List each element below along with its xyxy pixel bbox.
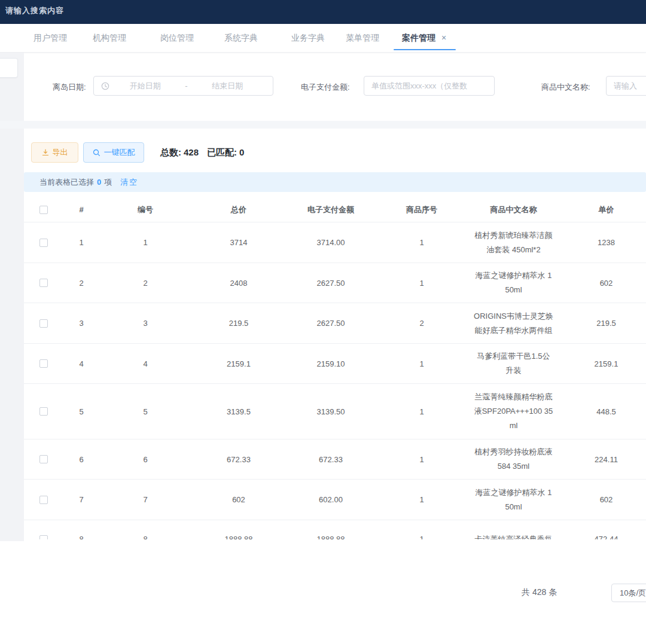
cell-index: 4	[63, 344, 99, 383]
cell-seq: 2	[376, 303, 468, 343]
collapse-toggle[interactable]	[0, 58, 18, 78]
header-seq: 商品序号	[376, 197, 468, 222]
tab-org-management[interactable]: 机构管理	[93, 24, 126, 52]
export-button[interactable]: 导出	[31, 142, 78, 163]
cell-unit-price: 1238	[559, 222, 646, 263]
header-unit: 单价	[559, 197, 646, 222]
cell-unit-price: 602	[559, 263, 646, 303]
top-navbar: 请输入搜索内容	[0, 0, 646, 24]
cell-total: 3714	[191, 222, 286, 263]
download-icon	[42, 149, 49, 156]
row-checkbox[interactable]	[39, 496, 48, 504]
select-all-checkbox[interactable]	[39, 206, 48, 214]
cell-seq: 1	[376, 520, 468, 539]
table-row: 7 7 602 602.00 1 海蓝之谜修护精萃水 150ml 602	[24, 480, 646, 520]
header-code: 编号	[99, 197, 191, 222]
cell-index: 2	[63, 263, 99, 303]
selection-count: 0	[97, 178, 101, 187]
page-size-value: 10条/页	[620, 588, 646, 599]
payment-amount-placeholder: 单值或范围xxx-xxx（仅整数	[371, 81, 467, 91]
section-gap	[0, 121, 646, 129]
header-payment: 电子支付金额	[286, 197, 376, 222]
page-size-select[interactable]: 10条/页	[611, 584, 646, 602]
table-row: 3 3 219.5 2627.50 2 ORIGINS韦博士灵芝焕能好底子精华水…	[24, 303, 646, 344]
table-stats: 总数:428已匹配:0	[160, 142, 252, 163]
cell-index: 5	[63, 384, 99, 439]
cell-total: 2408	[191, 263, 286, 303]
tab-case-management[interactable]: 案件管理×	[402, 24, 446, 52]
cell-seq: 1	[376, 439, 468, 479]
date-range-separator: -	[181, 81, 192, 90]
table-body: 1 1 3714 3714.00 1 植村秀新琥珀臻萃洁颜油套装 450ml*2…	[24, 222, 646, 539]
tab-post-management[interactable]: 岗位管理	[160, 24, 194, 52]
cell-product-name: 卡诗菁纯亮泽经典香氛	[474, 532, 554, 540]
end-date-placeholder[interactable]: 结束日期	[192, 81, 264, 91]
clear-selection-link[interactable]: 清空	[120, 177, 138, 188]
table-row: 4 4 2159.1 2159.10 1 马爹利蓝带干邑1.5公升装 2159.…	[24, 344, 646, 384]
cell-code: 3	[99, 303, 191, 343]
tab-business-dict[interactable]: 业务字典	[291, 24, 325, 52]
table-row: 1 1 3714 3714.00 1 植村秀新琥珀臻萃洁颜油套装 450ml*2…	[24, 222, 646, 263]
selection-bar: 当前表格已选择 0 项 清空	[24, 172, 646, 192]
match-button-label: 一键匹配	[104, 147, 135, 158]
tab-user-management[interactable]: 用户管理	[33, 24, 67, 52]
data-table: # 编号 总价 电子支付金额 商品序号 商品中文名称 单价 1 1 3714 3…	[24, 197, 646, 539]
row-checkbox[interactable]	[39, 319, 48, 328]
row-checkbox[interactable]	[39, 535, 48, 540]
tab-case-management-label: 案件管理	[402, 33, 435, 42]
cell-index: 1	[63, 222, 99, 263]
cell-total: 672.33	[191, 439, 286, 479]
start-date-placeholder[interactable]: 开始日期	[109, 81, 181, 91]
cell-payment: 3714.00	[286, 222, 376, 263]
cell-unit-price: 2159.1	[559, 344, 646, 383]
payment-amount-input[interactable]: 单值或范围xxx-xxx（仅整数	[364, 76, 495, 96]
cell-total: 2159.1	[191, 344, 286, 383]
tab-system-dict[interactable]: 系统字典	[224, 24, 258, 52]
date-range-input[interactable]: 开始日期 - 结束日期	[93, 76, 273, 96]
product-name-input[interactable]: 请输入	[606, 76, 646, 96]
table-row: 5 5 3139.5 3139.50 1 兰蔻菁纯臻颜精华粉底液SPF20PA+…	[24, 384, 646, 439]
cell-unit-price: 219.5	[559, 303, 646, 343]
cell-index: 7	[63, 480, 99, 520]
export-button-label: 导出	[53, 147, 68, 158]
table-header-row: # 编号 总价 电子支付金额 商品序号 商品中文名称 单价	[24, 197, 646, 222]
cell-code: 2	[99, 263, 191, 303]
cell-seq: 1	[376, 384, 468, 439]
selection-suffix: 项	[104, 177, 112, 188]
cell-payment: 602.00	[286, 480, 376, 520]
cell-payment: 3139.50	[286, 384, 376, 439]
tab-bar: 用户管理 机构管理 岗位管理 系统字典 业务字典 菜单管理 案件管理×	[0, 24, 646, 53]
case-management-page: { "topbar": { "search_placeholder": "请输入…	[0, 0, 646, 644]
cell-payment: 2627.50	[286, 263, 376, 303]
header-name: 商品中文名称	[468, 197, 559, 222]
cell-seq: 1	[376, 222, 468, 263]
tab-menu-management[interactable]: 菜单管理	[346, 24, 379, 52]
cell-product-name: 海蓝之谜修护精萃水 150ml	[474, 268, 554, 297]
global-search-input[interactable]: 请输入搜索内容	[5, 5, 64, 16]
active-tab-underline	[394, 49, 456, 50]
total-value: 428	[184, 147, 199, 157]
pagination-total: 共 428 条	[522, 587, 557, 598]
header-total: 总价	[191, 197, 286, 222]
date-filter-label: 离岛日期:	[53, 82, 86, 93]
cell-code: 4	[99, 344, 191, 383]
cell-total: 3139.5	[191, 384, 286, 439]
row-checkbox[interactable]	[39, 407, 48, 416]
cell-product-name: 植村秀新琥珀臻萃洁颜油套装 450ml*2	[474, 228, 554, 257]
matched-label: 已匹配:	[207, 147, 237, 157]
cell-product-name: ORIGINS韦博士灵芝焕能好底子精华水两件组	[474, 309, 554, 338]
row-checkbox[interactable]	[39, 359, 48, 368]
table-row: 2 2 2408 2627.50 1 海蓝之谜修护精萃水 150ml 602	[24, 263, 646, 303]
row-checkbox[interactable]	[39, 279, 48, 287]
row-checkbox[interactable]	[39, 455, 48, 463]
cell-code: 8	[99, 520, 191, 539]
cell-payment: 672.33	[286, 439, 376, 479]
cell-seq: 1	[376, 263, 468, 303]
row-checkbox[interactable]	[39, 239, 48, 247]
search-icon	[93, 149, 100, 157]
one-click-match-button[interactable]: 一键匹配	[83, 142, 144, 163]
close-icon[interactable]: ×	[441, 33, 446, 42]
cell-payment: 2627.50	[286, 303, 376, 343]
selection-prefix: 当前表格已选择	[39, 177, 94, 188]
header-index: #	[63, 197, 99, 222]
